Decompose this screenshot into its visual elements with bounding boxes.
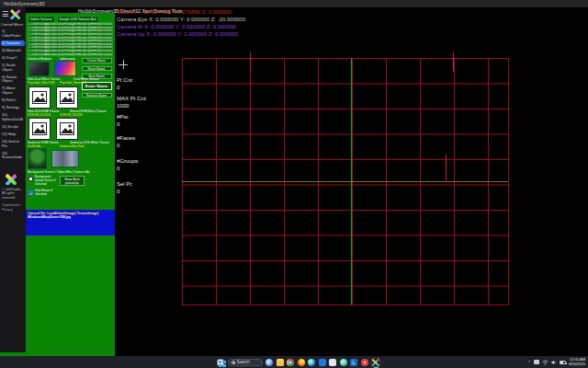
tray-date: 8/25/2025 [569,362,585,367]
window-caption: Hot3dxSymmetry3D [4,1,45,6]
stat-label: MAX Pt Cnt: [117,95,147,102]
texture-panel: Delete Textures Sample DDS Textures Box … [26,13,115,356]
sidebar-item-rotate-object[interactable]: 6) Rotate Object [1,75,25,85]
search-icon [232,361,235,364]
sidebar-item-materials[interactable]: 3) Materials [1,48,25,54]
sidebar-item-help[interactable]: 12) Help [1,132,25,138]
hot3dx-footer-logo-icon [6,174,17,185]
create-name-button[interactable]: Create Name [82,58,112,63]
section1-file-left: Psychdel_Wah.DDS [28,82,55,86]
stat-label: Pt Cnt: [117,76,147,84]
section1-file-right: Psychdel_Normal 2 [60,82,86,86]
texture-placeholder-thumbnail[interactable] [28,118,51,140]
file-explorer-icon[interactable] [277,359,284,366]
sidebar-item-settings[interactable]: 9) Settings [1,105,25,111]
grid-tick-mark [453,52,454,72]
sidebar-item-scale-object[interactable]: 5) Scale Object [1,63,25,73]
sidebar-item-textures[interactable]: 2) Textures [1,40,25,47]
teal-app-icon[interactable] [340,359,347,366]
sidebar-item-draw[interactable]: 4) Draw? [1,55,25,62]
coordinate-readout: Mouse X: -13.904468 Y: 9.274896 Z: 0.000… [117,8,245,38]
firefox-icon[interactable] [298,359,305,366]
taskbar-clock[interactable]: 12:05 AM 8/25/2025 [569,358,585,367]
sidebar-menu: 1) ColorPicker 2) Textures 3) Materials … [0,29,26,161]
stat-value: 0 [117,121,147,128]
grid-tick-mark [250,52,251,72]
texture-placeholder-thumbnail[interactable] [56,86,78,109]
sidebar-item-fileio[interactable]: 8) FileIO [1,98,25,104]
stat-label: #Groups: [117,157,147,165]
control-menu-label: Control Menu [0,20,26,29]
grid-tick-mark [446,155,447,182]
tray-chevron-up-icon[interactable]: ⌃ [527,360,531,365]
start-button[interactable] [217,359,224,366]
grid-shown-checkbox[interactable] [28,190,33,195]
pinned-app-icon[interactable] [361,359,368,366]
texture-thumbnail-sphere[interactable] [54,61,76,76]
opened-file-status-line2: Windows8ExpDinner768.jpg [28,215,113,219]
copyright-text: © Jeff Kodila. All rights reserved. [2,188,24,200]
hot3dx-taskbar-icon-active[interactable] [371,358,380,367]
copilot-icon[interactable] [266,359,273,366]
sidebar: ☰ Control Menu 1) ColorPicker 2) Texture… [0,7,26,352]
sidebar-item-spheredraw[interactable]: 10) SphereDraW [1,112,25,122]
texture-file-row[interactable]: C:\Users\Us\AppData\Local\Packages\Hot3d… [28,53,112,56]
workspace: Hot3dxSymmetry3D DirectX12 Xaml Drawing … [26,7,588,356]
remove-name-button[interactable]: Remove Name [82,93,112,98]
background-picture-checkbox-label: Background shown Picture if Checked [35,176,59,186]
viewport-stats: Pt Cnt:0 MAX Pt Cnt:1000 #Pts:0 #Faces:0… [117,76,147,199]
grid-shown-checkbox-label: Grid Shown if Checked [35,190,59,197]
taskbar: Search L ⌃ 12:05 AM 8/25/2025 [0,356,588,368]
texture-thumbnail-photo[interactable] [28,62,50,76]
sidebar-item-sculpt[interactable]: 11) Sculpt [1,124,25,131]
sidebar-item-grid-or-pts[interactable]: 13) Grid or Pts [1,139,25,149]
trademarks-privacy-link[interactable]: Trademarks / Privacy [2,203,24,212]
stat-value: 0 [117,188,147,195]
wifi-icon[interactable] [542,360,548,365]
show-background-pic-button[interactable]: Show Back ground pic [60,176,85,186]
stat-value: 0 [117,142,147,149]
camera-at-text: Camera At X: 0.000000 Y: 0.010000 Z: 0.0… [117,23,245,30]
texture-placeholder-thumbnail[interactable] [28,86,51,109]
volume-icon[interactable] [551,360,557,365]
texture-placeholder-thumbnail[interactable] [56,118,78,140]
reset-name-button[interactable]: Reset Name [82,66,112,72]
tray-folder-icon[interactable] [534,360,539,364]
document-app-icon[interactable] [329,359,336,366]
sidebar-item-move-object[interactable]: 7) Move Object [1,86,25,96]
stat-value: 1000 [117,102,147,109]
mouse-coords-text: Mouse X: -13.904468 Y: 9.274896 Z: 0.000… [117,8,245,16]
battery-icon[interactable] [560,361,566,364]
chrome-icon[interactable] [287,359,294,366]
texture-file-list: C:\Users\Us\AppData\Local\Packages\Hot3d… [28,22,113,56]
sidebar-item-colorpicker[interactable]: 1) ColorPicker [1,29,25,39]
stat-value: 0 [117,84,147,91]
sidebar-item-screengrab[interactable]: 14) ScreenGrab [1,151,25,161]
tree-texture-thumbnail[interactable] [28,148,47,169]
hot3dx-logo-icon [10,9,20,19]
stat-label: #Pts: [117,113,147,121]
grid-horizontal-axis [182,181,508,182]
stat-label: Sel Pt: [117,180,147,188]
window-titlebar: Hot3dxSymmetry3D [0,0,588,7]
section3-file-right: SeahorseNor.Fwd [60,145,84,149]
store-icon[interactable] [319,359,326,366]
blue-l-app-icon[interactable]: L [350,359,357,366]
seahorse-texture-thumbnail[interactable] [51,150,79,167]
taskbar-search[interactable]: Search [228,359,263,366]
stat-label: #Faces: [117,134,147,142]
camera-eye-text: Camera Eye X: 0.000000 Y: 0.000000 Z: -2… [117,16,245,23]
search-label: Search [237,359,250,366]
background-picture-checkbox[interactable] [28,177,33,181]
drawing-grid[interactable] [182,58,509,305]
screen: Hot3dxSymmetry3D ☰ Control Menu 1) Color… [0,0,588,368]
camera-up-text: Camera Up X: 0.000000 Y: 1.000000 Z: 0.0… [117,30,245,38]
stat-value: 0 [117,165,147,172]
hamburger-menu-icon[interactable]: ☰ [2,11,8,18]
introduce-explore-label: Introduce/Explore: [28,58,52,62]
crosshair-cursor-icon [119,60,128,69]
opened-file-status-panel: Opened file: LoadDefaultImage( TextureIm… [26,210,115,236]
edge-icon[interactable] [308,359,315,366]
